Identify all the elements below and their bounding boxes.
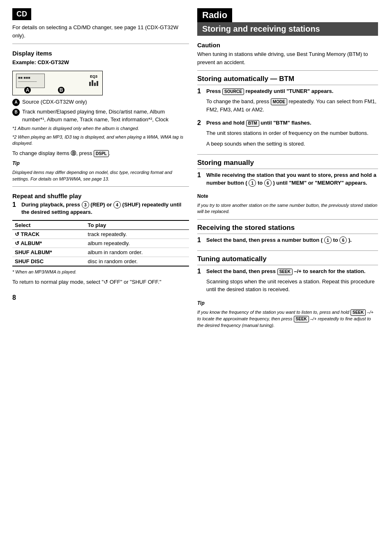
step-1-content: During playback, press 3 (REP) or 4 (SHU… [21, 201, 189, 216]
tuning-step1-cont: –/+ to search for the station. [294, 268, 366, 274]
dspl-instruction: To change display items Ⓑ, press DSPL. [12, 149, 189, 158]
repeat-section: Repeat and shuffle play 1 During playbac… [12, 192, 189, 286]
display-items-section: Display items Example: CDX-GT32W ■■ ■■■ … [12, 50, 189, 182]
table-cell-play: track repeatedly. [85, 230, 189, 239]
note-label: Note [197, 192, 378, 200]
cd-intro: For details on selecting a CD/MD changer… [12, 23, 189, 39]
table-row: SHUF ALBUM*album in random order. [12, 248, 189, 257]
tuning-step-1: 1 Select the band, then press SEEK –/+ t… [197, 268, 378, 296]
radio-title: Radio [197, 8, 232, 22]
receiving-step-1: 1 Select the band, then press a number b… [197, 236, 378, 246]
radio-header: Radio Storing and receiving stations [197, 8, 378, 36]
manual-title: Storing manually [197, 159, 378, 169]
bullet-a-item: A Source (CDX-GT32W only) [12, 98, 189, 106]
tuning-title: Tuning automatically [197, 255, 378, 265]
bullet-b-ref: Ⓑ [71, 150, 76, 156]
caution-text: When tuning in stations while driving, u… [197, 50, 378, 66]
table-cell-play: album in random order. [85, 248, 189, 257]
btm-step2-cont: until "BTM" flashes. [261, 120, 311, 126]
label-b: B [58, 87, 65, 93]
tip-seek-btn: SEEK [350, 309, 366, 316]
manual-step-num-1: 1 [197, 171, 203, 189]
rec-num1-circle: 1 [324, 236, 332, 244]
table-cell-select: SHUF DISC [12, 257, 85, 266]
table-cell-play: disc in random order. [85, 257, 189, 266]
tuning-step1-sub1: Scanning stops when the unit receives a … [206, 278, 378, 294]
table-cell-select: ↺ TRACK [12, 230, 85, 239]
table-col-play: To play [85, 220, 189, 230]
bullet-b-item: B Track number/Elapsed playing time, Dis… [12, 108, 189, 124]
left-column: CD For details on selecting a CD/MD chan… [12, 8, 189, 548]
table-row: SHUF DISCdisc in random order. [12, 257, 189, 266]
btm-title: Storing automatically — BTM [197, 75, 378, 85]
cd-section: CD For details on selecting a CD/MD chan… [12, 8, 189, 39]
table-col-select: Select [12, 220, 85, 230]
repeat-step-1: 1 During playback, press 3 (REP) or 4 (S… [12, 201, 189, 216]
repeat-title: Repeat and shuffle play [12, 192, 189, 199]
bullet-a-circle: A [12, 99, 20, 106]
tip-seek2-btn: SEEK [294, 316, 309, 322]
page-number: 8 [12, 294, 189, 301]
rep-circle: 3 [82, 201, 89, 208]
caution-section: Caution When tuning in stations while dr… [197, 42, 378, 66]
num1-circle: 1 [249, 179, 256, 187]
tip-text: Displayed items may differ depending on … [12, 169, 189, 182]
btm-step2-sub1: The unit stores stations in order of fre… [206, 129, 378, 137]
divider-r4 [197, 250, 378, 251]
example-label: Example: CDX-GT32W [12, 58, 189, 67]
table-row: ↺ TRACKtrack repeatedly. [12, 230, 189, 239]
tip-label: Tip [12, 160, 189, 167]
tuning-step-num-1: 1 [197, 268, 203, 296]
btm-step2-sub2: A beep sounds when the setting is stored… [206, 140, 378, 148]
cd-title: CD [12, 8, 31, 20]
caution-title: Caution [197, 42, 378, 49]
btm-step-2: 2 Press and hold BTM until "BTM" flashes… [197, 119, 378, 150]
table-cell-play: album repeatedly. [85, 239, 189, 248]
display-items-title: Display items [12, 50, 189, 57]
mode-button: MODE [271, 98, 287, 105]
tuning-step-1-content: Select the band, then press SEEK –/+ to … [206, 268, 378, 296]
right-column: Radio Storing and receiving stations Cau… [197, 8, 378, 548]
receiving-step-1-content: Select the band, then press a number but… [206, 236, 378, 246]
manual-section: Storing manually 1 While receiving the s… [197, 159, 378, 215]
bullet-a-text: Source (CDX-GT32W only) [22, 98, 87, 106]
divider-2 [12, 186, 189, 187]
rec-to-label: to [333, 237, 339, 243]
btm-step-1: 1 Press SOURCE repeatedly until "TUNER" … [197, 88, 378, 116]
shuf-circle: 4 [113, 201, 121, 208]
footnote-1: *1 Album number is displayed only when t… [12, 125, 189, 132]
tuning-tip-label: Tip [197, 299, 378, 307]
receiving-step1-cont: ). [348, 237, 352, 243]
receiving-step1-title: Select the band, then press a number but… [206, 237, 323, 243]
bullet-b-circle: B [12, 109, 20, 116]
divider-r2 [197, 154, 378, 155]
table-row: ↺ ALBUM*album repeatedly. [12, 239, 189, 248]
tuning-tip-text: If you know the frequency of the station… [197, 309, 378, 329]
rec-num6-circle: 6 [339, 236, 347, 244]
btm-press-label: Press [206, 88, 221, 94]
step-1-title-text: During playback, press [21, 202, 80, 208]
receiving-title: Receiving the stored stations [197, 224, 378, 234]
receiving-section: Receiving the stored stations 1 Select t… [197, 224, 378, 246]
repeat-table: Select To play ↺ TRACKtrack repeatedly.↺… [12, 220, 189, 266]
receiving-step-num-1: 1 [197, 236, 203, 246]
num6-circle: 6 [264, 179, 272, 187]
tuning-section: Tuning automatically 1 Select the band, … [197, 255, 378, 329]
label-a: A [24, 87, 31, 93]
btm-step-num-1: 1 [197, 88, 203, 116]
btm-step-2-content: Press and hold BTM until "BTM" flashes. … [206, 119, 378, 150]
btm-step1-sub: To change the band, press [206, 98, 269, 104]
bullet-b-text: Track number/Elapsed playing time, Disc/… [22, 108, 189, 124]
footnote-2: *2 When playing an MP3, ID3 tag is displ… [12, 134, 189, 147]
rep-label: (REP) or [90, 202, 112, 208]
return-text: To return to normal play mode, select "↺… [12, 278, 189, 286]
source-button: SOURCE [222, 88, 244, 95]
manual-step-1-content: While receiving the station that you wan… [206, 171, 378, 189]
seek-button: SEEK [277, 269, 293, 275]
btm-hold-label: Press and hold [206, 120, 244, 126]
step-num-1: 1 [12, 201, 18, 216]
eq-bars: EQ3 [90, 74, 98, 79]
table-cell-select: SHUF ALBUM* [12, 248, 85, 257]
divider-1 [12, 44, 189, 44]
btm-step-num-2: 2 [197, 119, 203, 150]
